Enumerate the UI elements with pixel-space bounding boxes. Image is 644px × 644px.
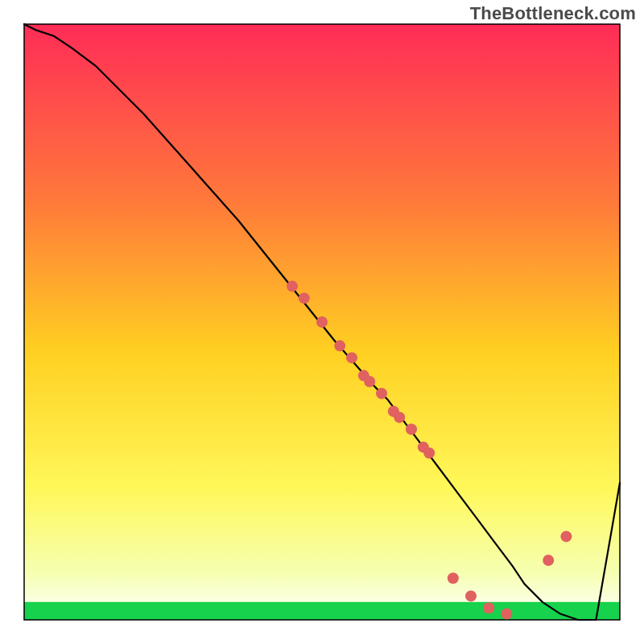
green-band [24, 602, 620, 620]
curve-marker [334, 341, 345, 352]
curve-marker [299, 292, 310, 303]
curve-marker [316, 316, 328, 328]
curve-marker [406, 423, 417, 435]
curve-marker [423, 448, 435, 459]
curve-marker [364, 376, 375, 387]
curve-marker [543, 555, 554, 566]
chart-svg [0, 0, 644, 644]
curve-marker [465, 590, 477, 601]
curve-marker [501, 609, 512, 620]
curve-marker [346, 352, 357, 363]
plot-area [24, 24, 620, 620]
watermark-text: TheBottleneck.com [470, 3, 636, 24]
curve-marker [287, 281, 298, 292]
chart-stage: TheBottleneck.com [0, 0, 644, 644]
curve-marker [448, 572, 459, 584]
curve-marker [560, 530, 572, 542]
curve-marker [394, 411, 405, 423]
curve-marker [483, 602, 494, 613]
curve-marker [376, 388, 387, 399]
